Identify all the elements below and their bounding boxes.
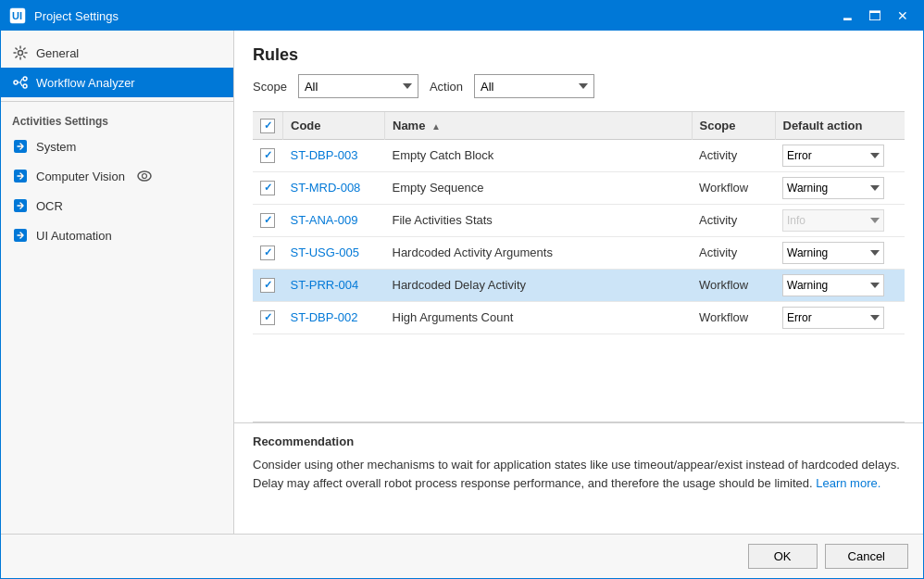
row-checkbox[interactable] — [260, 245, 275, 260]
sidebar: General Workflow Analyzer Activities Set… — [1, 31, 234, 534]
sidebar-label-system: System — [36, 140, 76, 154]
header-checkbox-cell — [253, 112, 283, 139]
row-checkbox[interactable] — [260, 181, 275, 195]
row-checkbox[interactable] — [260, 148, 275, 163]
action-select[interactable]: All Error Warning Info — [474, 74, 594, 98]
rule-scope: Workflow — [692, 301, 775, 334]
window-title: Project Settings — [34, 9, 834, 23]
rule-code-link[interactable]: ST-DBP-003 — [291, 148, 358, 162]
ui-automation-arrow-icon — [12, 227, 29, 244]
recommendation-title: Recommendation — [253, 434, 905, 448]
system-arrow-icon — [12, 138, 29, 155]
sidebar-label-computer-vision: Computer Vision — [36, 170, 125, 183]
svg-point-9 — [142, 174, 146, 179]
rule-code-link[interactable]: ST-USG-005 — [291, 245, 359, 259]
header-name: Name ▲ — [385, 112, 693, 139]
project-settings-window: UI Project Settings 🗕 🗖 ✕ General — [0, 0, 924, 579]
svg-point-2 — [19, 51, 23, 56]
rule-scope: Activity — [692, 236, 775, 269]
recommendation-body: Consider using other mechanisms to wait … — [253, 458, 900, 490]
sidebar-item-ui-automation[interactable]: UI Automation — [1, 220, 233, 250]
rule-action-select[interactable]: ErrorWarningInfo — [782, 177, 884, 199]
sidebar-label-ocr: OCR — [36, 199, 63, 213]
activities-settings-label: Activities Settings — [1, 106, 233, 132]
rule-action-select[interactable]: ErrorWarningInfo — [782, 209, 884, 232]
computer-vision-arrow-icon — [12, 168, 29, 184]
rule-code-link[interactable]: ST-DBP-002 — [291, 310, 358, 324]
recommendation-panel: Recommendation Consider using other mech… — [234, 422, 923, 534]
content-area: General Workflow Analyzer Activities Set… — [1, 31, 923, 534]
rule-action-select[interactable]: ErrorWarningInfo — [782, 242, 884, 264]
rule-name: Hardcoded Activity Arguments — [385, 236, 693, 269]
filter-bar: Scope All Activity Workflow Action All E… — [253, 74, 905, 98]
sidebar-item-general[interactable]: General — [1, 38, 233, 68]
table-wrapper: Code Name ▲ Scope — [253, 111, 905, 422]
sidebar-item-ocr[interactable]: OCR — [1, 191, 233, 220]
rule-scope: Workflow — [692, 269, 775, 301]
sidebar-label-workflow-analyzer: Workflow Analyzer — [36, 76, 135, 90]
table-row[interactable]: ST-MRD-008Empty SequenceWorkflowErrorWar… — [253, 171, 905, 204]
svg-point-5 — [23, 84, 27, 88]
rule-name: Empty Catch Block — [385, 139, 693, 171]
title-bar: UI Project Settings 🗕 🗖 ✕ — [1, 1, 923, 31]
maximize-button[interactable]: 🗖 — [862, 5, 888, 27]
row-checkbox[interactable] — [260, 310, 275, 325]
sidebar-item-system[interactable]: System — [1, 132, 233, 161]
table-row[interactable]: ST-DBP-003Empty Catch BlockActivityError… — [253, 139, 905, 171]
minimize-button[interactable]: 🗕 — [834, 5, 860, 27]
scope-select[interactable]: All Activity Workflow — [298, 74, 418, 98]
sort-arrow-icon: ▲ — [431, 121, 441, 132]
close-button[interactable]: ✕ — [890, 5, 916, 27]
header-scope: Scope — [692, 112, 775, 139]
rule-action-select[interactable]: ErrorWarningInfo — [782, 274, 884, 296]
recommendation-text: Consider using other mechanisms to wait … — [253, 456, 905, 492]
svg-point-3 — [14, 81, 18, 84]
rule-name: High Arguments Count — [385, 301, 693, 334]
rules-table: Code Name ▲ Scope — [253, 112, 905, 334]
rule-name: Hardcoded Delay Activity — [385, 269, 693, 301]
row-checkbox[interactable] — [260, 213, 275, 228]
sidebar-divider — [1, 101, 233, 102]
table-row[interactable]: ST-PRR-004Hardcoded Delay ActivityWorkfl… — [253, 269, 905, 301]
rules-title: Rules — [253, 45, 905, 65]
rule-name: File Activities Stats — [385, 204, 693, 236]
app-icon: UI — [8, 6, 27, 25]
scope-label: Scope — [253, 80, 287, 94]
sidebar-label-general: General — [36, 46, 79, 60]
row-checkbox[interactable] — [260, 278, 275, 293]
rule-scope: Activity — [692, 139, 775, 171]
rule-scope: Activity — [692, 204, 775, 236]
table-row[interactable]: ST-DBP-002High Arguments CountWorkflowEr… — [253, 301, 905, 334]
table-row[interactable]: ST-USG-005Hardcoded Activity ArgumentsAc… — [253, 236, 905, 269]
rule-code-link[interactable]: ST-ANA-009 — [291, 213, 358, 227]
header-default-action: Default action — [775, 112, 905, 139]
table-row[interactable]: ST-ANA-009File Activities StatsActivityE… — [253, 204, 905, 236]
ocr-arrow-icon — [12, 197, 29, 214]
main-panel: Rules Scope All Activity Workflow Action… — [234, 31, 923, 534]
rule-name: Empty Sequence — [385, 171, 693, 204]
table-outer: Code Name ▲ Scope — [234, 111, 923, 422]
sidebar-item-computer-vision[interactable]: Computer Vision — [1, 161, 233, 191]
header-checkbox[interactable] — [260, 119, 275, 133]
cancel-button[interactable]: Cancel — [825, 544, 908, 569]
workflow-icon — [12, 74, 29, 91]
header-code: Code — [283, 112, 385, 139]
action-label: Action — [430, 80, 463, 94]
footer: OK Cancel — [1, 534, 923, 578]
ok-button[interactable]: OK — [748, 544, 818, 569]
learn-more-link[interactable]: Learn more. — [816, 476, 880, 490]
rule-action-select[interactable]: ErrorWarningInfo — [782, 307, 884, 329]
svg-point-4 — [23, 77, 27, 81]
svg-text:UI: UI — [12, 10, 22, 21]
rule-code-link[interactable]: ST-MRD-008 — [291, 181, 361, 195]
sidebar-label-ui-automation: UI Automation — [36, 229, 112, 243]
rules-table-container: Code Name ▲ Scope — [253, 111, 905, 422]
rule-code-link[interactable]: ST-PRR-004 — [291, 278, 359, 292]
rule-action-select[interactable]: ErrorWarningInfo — [782, 145, 884, 167]
svg-point-8 — [138, 171, 151, 181]
title-bar-controls: 🗕 🗖 ✕ — [834, 5, 916, 27]
rules-header: Rules Scope All Activity Workflow Action… — [234, 31, 923, 111]
eye-icon — [136, 168, 153, 184]
sidebar-item-workflow-analyzer[interactable]: Workflow Analyzer — [1, 68, 233, 97]
table-scroll[interactable]: Code Name ▲ Scope — [253, 112, 905, 422]
